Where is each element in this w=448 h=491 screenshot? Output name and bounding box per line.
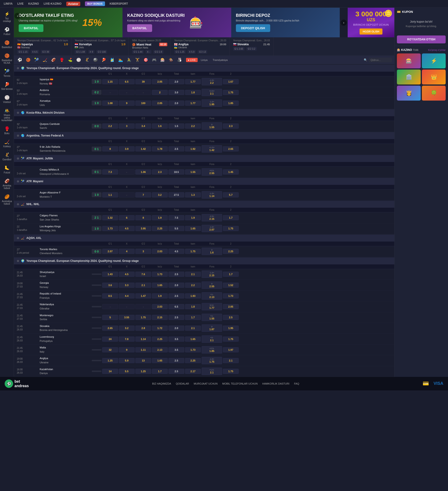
match-row-atp-m-j-0[interactable]: 2-chi set Creasy M/Mies AGlasspool L/Hel…	[14, 167, 394, 177]
match-row-aqsh-0[interactable]: 27'2-chi period Toronto MarliesCleveland…	[14, 246, 394, 257]
odds-two[interactable]: 1.7	[223, 215, 239, 220]
odds-total[interactable]: 2.0	[168, 79, 184, 84]
nav-liniya[interactable]: LINIYA	[4, 2, 13, 5]
odds-fora[interactable]: +1- 2.13	[202, 292, 222, 300]
match-row-euro2-4[interactable]: 21:4527.03 MontenegroSerbia 5 3.55 1.75 …	[14, 312, 394, 323]
odds-total[interactable]: 2.0	[168, 283, 184, 288]
odds-total[interactable]: 3.5	[168, 337, 184, 342]
odds-two[interactable]: 1.75	[223, 337, 239, 342]
odds-fora[interactable]: -2.5+ 2.15	[202, 214, 222, 221]
odds-g1[interactable]: 1.43	[102, 272, 118, 277]
odds-x[interactable]: -	[119, 192, 135, 198]
odds-x[interactable]: 6	[119, 215, 135, 220]
footer-faq[interactable]: FAQ	[294, 382, 299, 385]
banner-prev-btn[interactable]: ‹	[14, 13, 20, 19]
odds-x[interactable]: 4.4	[119, 293, 135, 299]
footer-mobil[interactable]: MOBIL TELEFONLAR UCHUN	[222, 382, 258, 385]
odds-kop[interactable]: 2.03	[152, 249, 168, 254]
aviator-logo[interactable]: Aviator	[66, 2, 80, 6]
odds-g2[interactable]: 3.4	[135, 123, 151, 129]
match-row-euro2-7[interactable]: 21:4526.03 MaltaItaly 32 9 1.11 2.13 3.5…	[14, 344, 394, 355]
odds-g2[interactable]: 7.6	[135, 272, 151, 277]
filter-volleyball[interactable]: 🏐	[75, 57, 82, 63]
odds-fora[interactable]: 0 1.87	[202, 324, 222, 332]
odds-kam[interactable]: 1.8	[185, 90, 201, 95]
filter-cycling[interactable]: 🚴	[126, 57, 132, 63]
section-header-atp-m-j[interactable]: ⊖ 🎾 ATP. Mayami. Juftlik	[14, 154, 394, 162]
odds-total[interactable]: 2.5	[168, 358, 184, 363]
odds-two[interactable]: 1.73	[223, 293, 239, 299]
odds-fora[interactable]: +2.5- 1.85	[202, 346, 222, 354]
odds-kop[interactable]: 2.25	[152, 337, 168, 342]
match-row-euro2-1[interactable]: 19:0027.03 GeorgiaNorway 3.6 3.3 2.1 1.6…	[14, 280, 394, 291]
footer-biz-haqimizda[interactable]: BIZ HAQIMIZDA	[152, 382, 171, 385]
odds-g2[interactable]: 1.11	[135, 347, 151, 352]
filter-darts[interactable]: 🎯	[142, 57, 149, 63]
section-header-cr[interactable]: ⊖ 🌎 Kosta-Rika. Ikkinchi Divizion	[14, 109, 394, 116]
banner-dostlarni-btn[interactable]: BATAFSIL	[19, 24, 43, 32]
sidebar-item-futzal[interactable]: 🦶 Futzal	[0, 164, 14, 176]
filter-esports[interactable]: 🎮	[151, 57, 158, 63]
sidebar-item-tennis[interactable]: 🎾 Tennis	[0, 67, 14, 79]
odds-kop[interactable]: 1.7	[152, 369, 168, 374]
odds-g1[interactable]: 1.15	[102, 79, 118, 84]
sidebar-item-tez-oradagi[interactable]: ⚡ Tez oradagi	[0, 9, 14, 24]
casino-game-2[interactable]: 🏛️	[397, 70, 421, 85]
odds-g1[interactable]: 1.08	[102, 101, 118, 106]
score-card-3[interactable]: Yevropa Championati. European Champio...…	[171, 37, 230, 56]
casino-game-1[interactable]: ⚡	[422, 53, 446, 68]
odds-x[interactable]: -	[119, 90, 135, 95]
footer-hamkorlik[interactable]: HAMKORLIK DASTURI	[262, 382, 289, 385]
odds-two[interactable]: 2.3	[223, 123, 239, 129]
odds-g2[interactable]: G'2 39	[41, 50, 50, 54]
odds-total[interactable]: 2.5	[168, 369, 184, 374]
filter-more[interactable]: 🎰	[159, 57, 166, 63]
odds-kop[interactable]: 1.6	[152, 123, 168, 129]
odds-fora[interactable]: -1.5+ 1.14	[202, 191, 222, 198]
odds-g1[interactable]: G'1 1.08	[75, 50, 86, 54]
odds-g1[interactable]: 3.6	[102, 283, 118, 288]
odds-g1[interactable]: 8	[102, 146, 118, 151]
odds-kop[interactable]: 2.03	[152, 304, 168, 309]
odds-total[interactable]: 3.0	[168, 90, 184, 95]
odds-x[interactable]: 6.5	[119, 79, 135, 84]
odds-g1[interactable]: 24	[102, 337, 118, 342]
odds-g2[interactable]: 13	[135, 358, 151, 363]
odds-total[interactable]: 27.5	[168, 192, 184, 198]
odds-g1[interactable]: 5	[102, 315, 118, 320]
odds-fora[interactable]: 0 1.55	[202, 122, 222, 130]
odds-two[interactable]: 1.75	[223, 90, 239, 95]
odds-kop[interactable]: 3.2	[152, 192, 168, 198]
odds-total[interactable]: 7.5	[168, 215, 184, 220]
filter-american-football[interactable]: 🏈	[50, 57, 57, 63]
sidebar-item-volebol[interactable]: 🏐 Volebol	[0, 93, 14, 105]
match-row-euro1-2[interactable]: 67'2-chi taym XorvatiyaUels 1 0 1.08 9 1…	[14, 98, 394, 109]
odds-total[interactable]: 2.0	[168, 101, 184, 106]
filter-horse[interactable]: 🏇	[168, 57, 175, 63]
odds-kam[interactable]: 2.2	[185, 123, 201, 129]
sidebar-item-stol-tennis[interactable]: 🏓 Stol tennisi	[0, 80, 14, 92]
odds-kam[interactable]: 1.7	[185, 315, 201, 320]
odds-g2[interactable]: G'2 2.8	[153, 50, 164, 54]
odds-kam[interactable]: 2.1	[185, 272, 201, 277]
odds-kop[interactable]: 2.3	[152, 170, 168, 175]
filter-swimming[interactable]: 🏊	[117, 57, 124, 63]
odds-total[interactable]: 2.5	[168, 272, 184, 277]
liniya-filter-btn[interactable]: Liniya	[199, 58, 210, 62]
odds-total[interactable]: 5.5	[168, 226, 184, 231]
odds-fora[interactable]: -1.5+ 1.95	[202, 99, 222, 107]
odds-total[interactable]: 4.5	[168, 249, 184, 254]
odds-kam[interactable]: 1.8	[185, 304, 201, 309]
translyatsiya-btn[interactable]: Translyatsiya	[211, 58, 229, 62]
odds-g2[interactable]: G'2 3.2	[246, 47, 257, 51]
odds-kop[interactable]: 2.05	[152, 101, 168, 106]
odds-kam[interactable]: 2.17	[185, 369, 201, 374]
odds-kop[interactable]: 2.05	[152, 79, 168, 84]
section-header-nhl[interactable]: ⊖ 🏒 NHL. NHL	[14, 200, 394, 208]
odds-x[interactable]: 5.5	[119, 369, 135, 374]
odds-kam[interactable]: 1.92	[185, 146, 201, 151]
match-row-arg-0[interactable]: 27'1-chi taym 9 de Julio RafaelaSarmient…	[14, 144, 394, 154]
odds-kam[interactable]: 2.2	[185, 283, 201, 288]
odds-kam[interactable]: 2.25	[185, 358, 201, 363]
odds-kop[interactable]: 1.78	[152, 146, 168, 151]
